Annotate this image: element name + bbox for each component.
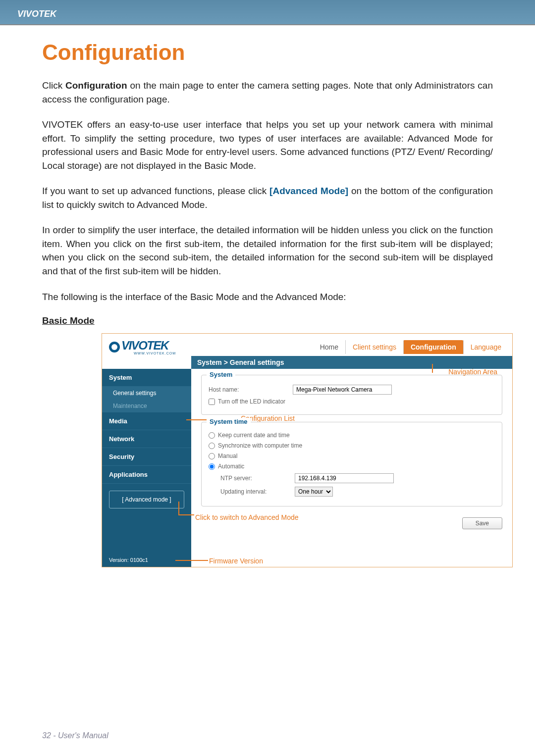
ntp-label: NTP server: xyxy=(220,475,295,482)
paragraph-4: In order to simplify the user interface,… xyxy=(42,223,493,278)
sidebar-subitem-general[interactable]: General settings xyxy=(102,387,191,400)
basic-mode-heading: Basic Mode xyxy=(42,315,493,326)
legend-time: System time xyxy=(207,418,251,425)
interval-label: Updating interval: xyxy=(220,488,295,495)
sidebar-item-applications[interactable]: Applications xyxy=(102,466,191,484)
page-footer: 32 - User's Manual xyxy=(0,731,535,740)
nav-tab-config[interactable]: Configuration xyxy=(403,340,463,354)
callout-firmware: Firmware Version xyxy=(209,557,263,565)
ntp-input[interactable] xyxy=(295,473,394,483)
auto-label: Automatic xyxy=(218,463,244,470)
logo-text: VIVOTEK xyxy=(121,339,176,353)
logo: VIVOTEK WWW.VIVOTEK.COM xyxy=(109,339,176,355)
main-panel: Navigation Area System Host name: Turn o… xyxy=(191,369,512,567)
radio-auto[interactable] xyxy=(209,463,215,470)
led-label: Turn off the LED indicator xyxy=(218,398,285,405)
page-title: Configuration xyxy=(42,40,493,65)
sidebar-subitem-maintenance[interactable]: Maintenance xyxy=(102,400,191,412)
sidebar-item-media[interactable]: Media xyxy=(102,412,191,430)
sync-label: Synchronize with computer time xyxy=(218,442,302,449)
radio-keep[interactable] xyxy=(209,432,215,439)
sidebar-item-network[interactable]: Network xyxy=(102,430,191,448)
led-checkbox[interactable] xyxy=(209,399,215,405)
radio-manual[interactable] xyxy=(209,453,215,459)
hostname-input[interactable] xyxy=(293,385,392,395)
basic-mode-screenshot: VIVOTEK WWW.VIVOTEK.COM Home Client sett… xyxy=(102,333,513,567)
paragraph-5: The following is the interface of the Ba… xyxy=(42,290,493,304)
save-button[interactable]: Save xyxy=(462,517,502,529)
callout-switch: Click to switch to Advanced Mode xyxy=(195,513,299,521)
logo-icon xyxy=(109,342,120,353)
p1-bold: Configuration xyxy=(65,80,127,91)
page-header-brand: VIVOTEK xyxy=(0,0,535,25)
logo-subtext: WWW.VIVOTEK.COM xyxy=(134,352,176,355)
advanced-mode-link: [Advanced Mode] xyxy=(269,186,348,196)
paragraph-2: VIVOTEK offers an easy-to-use user inter… xyxy=(42,118,493,172)
radio-sync[interactable] xyxy=(209,443,215,449)
hostname-label: Host name: xyxy=(209,386,293,393)
nav-tab-language[interactable]: Language xyxy=(463,340,508,354)
p1-pre: Click xyxy=(42,80,65,91)
nav-tab-client[interactable]: Client settings xyxy=(345,340,403,354)
paragraph-1: Click Configuration on the main page to … xyxy=(42,79,493,106)
sidebar-item-system[interactable]: System xyxy=(102,369,191,387)
fieldset-system: System Host name: Turn off the LED indic… xyxy=(201,375,502,415)
nav-tab-home[interactable]: Home xyxy=(313,340,345,354)
sidebar-advanced-mode[interactable]: [ Advanced mode ] xyxy=(109,491,184,508)
keep-label: Keep current date and time xyxy=(218,432,290,439)
sidebar: System General settings Maintenance Medi… xyxy=(102,369,191,567)
nav-tabs: Home Client settings Configuration Langu… xyxy=(313,340,508,354)
legend-system: System xyxy=(207,371,235,378)
sidebar-item-security[interactable]: Security xyxy=(102,448,191,466)
paragraph-3: If you want to set up advanced functions… xyxy=(42,184,493,211)
manual-label: Manual xyxy=(218,453,237,459)
fieldset-system-time: System time Keep current date and time S… xyxy=(201,422,502,506)
p3-pre: If you want to set up advanced functions… xyxy=(42,186,269,196)
breadcrumb: System > General settings xyxy=(191,356,512,369)
interval-select[interactable]: One hour xyxy=(295,487,333,497)
